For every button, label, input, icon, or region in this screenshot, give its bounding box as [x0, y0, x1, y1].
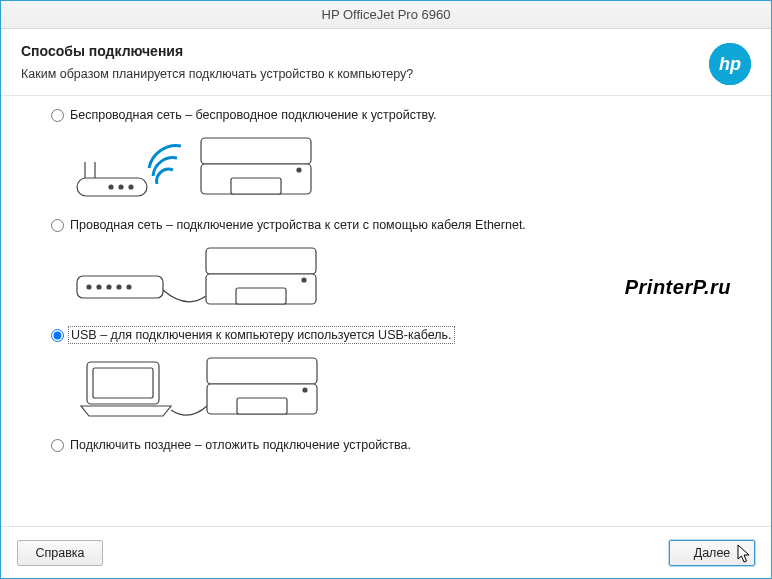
illustration-usb — [71, 348, 331, 428]
svg-point-27 — [303, 388, 307, 392]
window-titlebar[interactable]: HP OfficeJet Pro 6960 — [1, 1, 771, 29]
radio-later[interactable] — [51, 439, 64, 452]
svg-point-16 — [117, 285, 121, 289]
svg-point-17 — [127, 285, 131, 289]
footer: Справка Далее — [1, 526, 771, 578]
header-text: Способы подключения Каким образом планир… — [21, 43, 413, 81]
option-wireless-label: Беспроводная сеть – беспроводное подключ… — [70, 108, 436, 122]
svg-text:hp: hp — [719, 54, 741, 74]
option-usb-label: USB – для подключения к компьютеру испол… — [70, 328, 453, 342]
option-usb-row[interactable]: USB – для подключения к компьютеру испол… — [51, 328, 731, 342]
svg-rect-23 — [93, 368, 153, 398]
svg-rect-8 — [201, 138, 311, 164]
svg-point-6 — [119, 185, 123, 189]
svg-point-15 — [107, 285, 111, 289]
installer-window: HP OfficeJet Pro 6960 Способы подключени… — [0, 0, 772, 579]
hp-logo: hp — [709, 43, 751, 85]
option-wired-label: Проводная сеть – подключение устройства … — [70, 218, 526, 232]
page-heading: Способы подключения — [21, 43, 413, 59]
svg-point-7 — [129, 185, 133, 189]
option-wireless: Беспроводная сеть – беспроводное подключ… — [51, 108, 731, 208]
next-button[interactable]: Далее — [669, 540, 755, 566]
illustration-wireless — [71, 128, 331, 208]
option-later-label: Подключить позднее – отложить подключени… — [70, 438, 411, 452]
svg-point-11 — [297, 168, 301, 172]
header: Способы подключения Каким образом планир… — [1, 29, 771, 96]
radio-wired[interactable] — [51, 219, 64, 232]
help-button[interactable]: Справка — [17, 540, 103, 566]
option-later-row[interactable]: Подключить позднее – отложить подключени… — [51, 438, 731, 452]
option-wireless-row[interactable]: Беспроводная сеть – беспроводное подключ… — [51, 108, 731, 122]
svg-rect-10 — [231, 178, 281, 194]
illustration-wired — [71, 238, 331, 318]
svg-rect-24 — [207, 358, 317, 384]
svg-rect-18 — [206, 248, 316, 274]
svg-point-14 — [97, 285, 101, 289]
svg-point-5 — [109, 185, 113, 189]
content-area: Беспроводная сеть – беспроводное подключ… — [1, 96, 771, 526]
option-wired-row[interactable]: Проводная сеть – подключение устройства … — [51, 218, 731, 232]
svg-point-21 — [302, 278, 306, 282]
option-wired: Проводная сеть – подключение устройства … — [51, 218, 731, 318]
svg-point-13 — [87, 285, 91, 289]
window-title: HP OfficeJet Pro 6960 — [322, 7, 451, 22]
page-subheading: Каким образом планируется подключать уст… — [21, 67, 413, 81]
radio-usb[interactable] — [51, 329, 64, 342]
option-later: Подключить позднее – отложить подключени… — [51, 438, 731, 452]
watermark-text: PrinterP.ru — [625, 276, 731, 299]
radio-wireless[interactable] — [51, 109, 64, 122]
option-usb: USB – для подключения к компьютеру испол… — [51, 328, 731, 428]
svg-rect-26 — [237, 398, 287, 414]
svg-rect-20 — [236, 288, 286, 304]
